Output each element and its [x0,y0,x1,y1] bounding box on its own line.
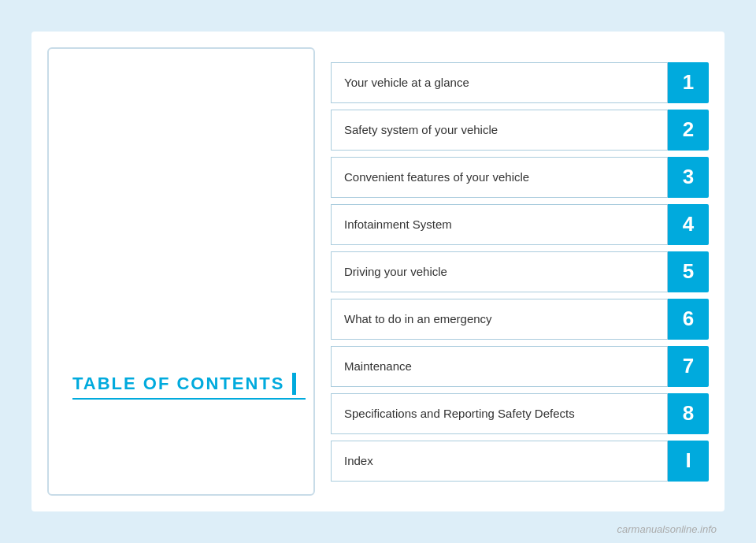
toc-item-number: 1 [668,62,709,103]
toc-item-label: Your vehicle at a glance [331,62,668,103]
toc-item-number: 8 [668,393,709,434]
left-panel: TABLE OF CONTENTS [47,47,315,496]
toc-item-number: 4 [668,204,709,245]
table-row[interactable]: Safety system of your vehicle2 [331,110,709,151]
table-row[interactable]: Maintenance7 [331,346,709,387]
toc-item-number: 2 [668,110,709,151]
toc-heading-text: TABLE OF CONTENTS [72,374,284,394]
toc-item-label: Maintenance [331,346,668,387]
toc-item-number: 6 [668,299,709,340]
toc-item-label: Index [331,441,668,482]
toc-item-label: Infotainment System [331,204,668,245]
toc-item-label: Specifications and Reporting Safety Defe… [331,393,668,434]
toc-bar-icon [292,373,296,395]
watermark: carmanualsonline.info [617,523,717,535]
table-row[interactable]: IndexI [331,441,709,482]
toc-item-number: 3 [668,157,709,198]
toc-item-label: Convenient features of your vehicle [331,157,668,198]
table-row[interactable]: Specifications and Reporting Safety Defe… [331,393,709,434]
table-row[interactable]: What to do in an emergency6 [331,299,709,340]
toc-title-container: TABLE OF CONTENTS [72,373,306,400]
table-row[interactable]: Convenient features of your vehicle3 [331,157,709,198]
toc-item-number: I [668,441,709,482]
table-row[interactable]: Infotainment System4 [331,204,709,245]
toc-item-number: 5 [668,251,709,292]
table-row[interactable]: Driving your vehicle5 [331,251,709,292]
toc-item-number: 7 [668,346,709,387]
toc-heading: TABLE OF CONTENTS [72,373,306,395]
toc-list: Your vehicle at a glance1Safety system o… [331,47,709,496]
toc-item-label: What to do in an emergency [331,299,668,340]
page-container: TABLE OF CONTENTS Your vehicle at a glan… [32,32,724,511]
toc-underline [72,398,306,400]
table-row[interactable]: Your vehicle at a glance1 [331,62,709,103]
toc-item-label: Safety system of your vehicle [331,110,668,151]
toc-item-label: Driving your vehicle [331,251,668,292]
